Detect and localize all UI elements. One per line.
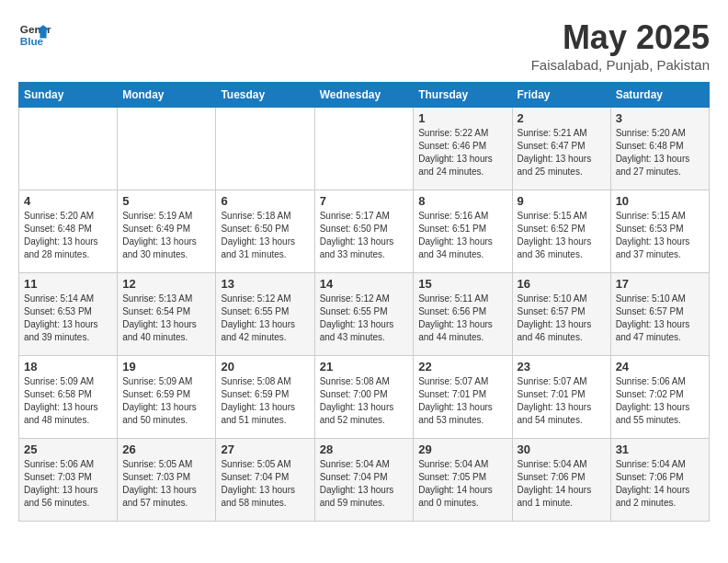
cell-info: Sunrise: 5:10 AM Sunset: 6:57 PM Dayligh… <box>518 293 606 344</box>
cell-info: Sunrise: 5:21 AM Sunset: 6:47 PM Dayligh… <box>518 127 606 178</box>
calendar-cell: 4Sunrise: 5:20 AM Sunset: 6:48 PM Daylig… <box>19 190 118 273</box>
calendar-cell: 12Sunrise: 5:13 AM Sunset: 6:54 PM Dayli… <box>118 273 216 356</box>
calendar-cell <box>216 108 314 190</box>
cell-info: Sunrise: 5:04 AM Sunset: 7:05 PM Dayligh… <box>418 458 506 510</box>
calendar-cell: 30Sunrise: 5:04 AM Sunset: 7:06 PM Dayli… <box>512 439 610 522</box>
cell-info: Sunrise: 5:09 AM Sunset: 6:59 PM Dayligh… <box>122 375 210 427</box>
cell-day-number: 2 <box>518 111 606 125</box>
cell-info: Sunrise: 5:09 AM Sunset: 6:58 PM Dayligh… <box>24 375 112 427</box>
calendar-cell: 29Sunrise: 5:04 AM Sunset: 7:05 PM Dayli… <box>414 439 512 522</box>
weekday-header-wednesday: Wednesday <box>314 83 414 108</box>
cell-day-number: 3 <box>616 111 704 125</box>
cell-day-number: 29 <box>418 442 506 456</box>
cell-info: Sunrise: 5:20 AM Sunset: 6:48 PM Dayligh… <box>616 127 704 178</box>
cell-info: Sunrise: 5:08 AM Sunset: 6:59 PM Dayligh… <box>221 375 309 427</box>
cell-day-number: 20 <box>221 360 309 373</box>
calendar-cell: 1Sunrise: 5:22 AM Sunset: 6:46 PM Daylig… <box>414 108 512 190</box>
weekday-header-tuesday: Tuesday <box>216 83 314 108</box>
calendar-cell: 16Sunrise: 5:10 AM Sunset: 6:57 PM Dayli… <box>512 273 610 356</box>
cell-info: Sunrise: 5:05 AM Sunset: 7:03 PM Dayligh… <box>122 458 210 510</box>
weekday-header-thursday: Thursday <box>414 83 512 108</box>
calendar-cell: 19Sunrise: 5:09 AM Sunset: 6:59 PM Dayli… <box>118 356 216 439</box>
cell-info: Sunrise: 5:04 AM Sunset: 7:06 PM Dayligh… <box>616 458 704 510</box>
cell-day-number: 19 <box>122 360 210 373</box>
cell-day-number: 4 <box>24 194 112 208</box>
calendar-cell: 31Sunrise: 5:04 AM Sunset: 7:06 PM Dayli… <box>610 439 709 522</box>
calendar-title: May 2025 <box>531 18 710 57</box>
week-row-5: 25Sunrise: 5:06 AM Sunset: 7:03 PM Dayli… <box>19 439 710 522</box>
calendar-cell: 14Sunrise: 5:12 AM Sunset: 6:55 PM Dayli… <box>314 273 414 356</box>
cell-day-number: 28 <box>320 442 409 456</box>
cell-day-number: 5 <box>122 194 210 208</box>
cell-info: Sunrise: 5:15 AM Sunset: 6:52 PM Dayligh… <box>518 210 606 261</box>
weekday-header-row: SundayMondayTuesdayWednesdayThursdayFrid… <box>19 83 710 108</box>
cell-day-number: 15 <box>418 277 506 291</box>
calendar-cell <box>118 108 216 190</box>
cell-day-number: 13 <box>221 277 309 291</box>
page-header: General Blue May 2025 Faisalabad, Punjab… <box>18 18 710 73</box>
cell-info: Sunrise: 5:06 AM Sunset: 7:02 PM Dayligh… <box>616 375 704 427</box>
cell-info: Sunrise: 5:14 AM Sunset: 6:53 PM Dayligh… <box>24 293 112 344</box>
calendar-cell: 8Sunrise: 5:16 AM Sunset: 6:51 PM Daylig… <box>414 190 512 273</box>
logo-icon: General Blue <box>18 18 51 52</box>
calendar-cell: 18Sunrise: 5:09 AM Sunset: 6:58 PM Dayli… <box>19 356 118 439</box>
week-row-3: 11Sunrise: 5:14 AM Sunset: 6:53 PM Dayli… <box>19 273 710 356</box>
calendar-cell: 13Sunrise: 5:12 AM Sunset: 6:55 PM Dayli… <box>216 273 314 356</box>
cell-info: Sunrise: 5:18 AM Sunset: 6:50 PM Dayligh… <box>221 210 309 261</box>
cell-day-number: 14 <box>320 277 409 291</box>
calendar-cell: 3Sunrise: 5:20 AM Sunset: 6:48 PM Daylig… <box>610 108 709 190</box>
weekday-header-friday: Friday <box>512 83 610 108</box>
cell-day-number: 11 <box>24 277 112 291</box>
weekday-header-sunday: Sunday <box>19 83 118 108</box>
cell-day-number: 16 <box>518 277 606 291</box>
cell-info: Sunrise: 5:12 AM Sunset: 6:55 PM Dayligh… <box>320 293 409 344</box>
cell-day-number: 23 <box>518 360 606 373</box>
cell-info: Sunrise: 5:15 AM Sunset: 6:53 PM Dayligh… <box>616 210 704 261</box>
cell-info: Sunrise: 5:07 AM Sunset: 7:01 PM Dayligh… <box>418 375 506 427</box>
week-row-1: 1Sunrise: 5:22 AM Sunset: 6:46 PM Daylig… <box>19 108 710 190</box>
title-area: May 2025 Faisalabad, Punjab, Pakistan <box>531 18 710 73</box>
cell-info: Sunrise: 5:04 AM Sunset: 7:06 PM Dayligh… <box>518 458 606 510</box>
calendar-cell: 10Sunrise: 5:15 AM Sunset: 6:53 PM Dayli… <box>610 190 709 273</box>
cell-day-number: 31 <box>616 442 704 456</box>
calendar-cell: 2Sunrise: 5:21 AM Sunset: 6:47 PM Daylig… <box>512 108 610 190</box>
week-row-4: 18Sunrise: 5:09 AM Sunset: 6:58 PM Dayli… <box>19 356 710 439</box>
calendar-cell <box>19 108 118 190</box>
calendar-cell: 23Sunrise: 5:07 AM Sunset: 7:01 PM Dayli… <box>512 356 610 439</box>
calendar-cell: 22Sunrise: 5:07 AM Sunset: 7:01 PM Dayli… <box>414 356 512 439</box>
cell-day-number: 12 <box>122 277 210 291</box>
week-row-2: 4Sunrise: 5:20 AM Sunset: 6:48 PM Daylig… <box>19 190 710 273</box>
calendar-cell <box>314 108 414 190</box>
cell-info: Sunrise: 5:10 AM Sunset: 6:57 PM Dayligh… <box>616 293 704 344</box>
cell-day-number: 24 <box>616 360 704 373</box>
cell-day-number: 25 <box>24 442 112 456</box>
calendar-cell: 9Sunrise: 5:15 AM Sunset: 6:52 PM Daylig… <box>512 190 610 273</box>
calendar-subtitle: Faisalabad, Punjab, Pakistan <box>531 57 710 73</box>
cell-day-number: 27 <box>221 442 309 456</box>
calendar-cell: 28Sunrise: 5:04 AM Sunset: 7:04 PM Dayli… <box>314 439 414 522</box>
cell-day-number: 8 <box>418 194 506 208</box>
cell-info: Sunrise: 5:08 AM Sunset: 7:00 PM Dayligh… <box>320 375 409 427</box>
cell-day-number: 22 <box>418 360 506 373</box>
cell-day-number: 1 <box>418 111 506 125</box>
cell-day-number: 30 <box>518 442 606 456</box>
cell-info: Sunrise: 5:07 AM Sunset: 7:01 PM Dayligh… <box>518 375 606 427</box>
calendar-cell: 7Sunrise: 5:17 AM Sunset: 6:50 PM Daylig… <box>314 190 414 273</box>
cell-day-number: 7 <box>320 194 409 208</box>
cell-day-number: 10 <box>616 194 704 208</box>
cell-info: Sunrise: 5:11 AM Sunset: 6:56 PM Dayligh… <box>418 293 506 344</box>
cell-day-number: 6 <box>221 194 309 208</box>
cell-day-number: 26 <box>122 442 210 456</box>
cell-info: Sunrise: 5:04 AM Sunset: 7:04 PM Dayligh… <box>320 458 409 510</box>
logo: General Blue <box>18 18 51 52</box>
cell-day-number: 17 <box>616 277 704 291</box>
calendar-cell: 15Sunrise: 5:11 AM Sunset: 6:56 PM Dayli… <box>414 273 512 356</box>
cell-info: Sunrise: 5:06 AM Sunset: 7:03 PM Dayligh… <box>24 458 112 510</box>
cell-info: Sunrise: 5:20 AM Sunset: 6:48 PM Dayligh… <box>24 210 112 261</box>
calendar-cell: 5Sunrise: 5:19 AM Sunset: 6:49 PM Daylig… <box>118 190 216 273</box>
calendar-cell: 25Sunrise: 5:06 AM Sunset: 7:03 PM Dayli… <box>19 439 118 522</box>
calendar-cell: 17Sunrise: 5:10 AM Sunset: 6:57 PM Dayli… <box>610 273 709 356</box>
cell-day-number: 18 <box>24 360 112 373</box>
calendar-cell: 26Sunrise: 5:05 AM Sunset: 7:03 PM Dayli… <box>118 439 216 522</box>
cell-info: Sunrise: 5:22 AM Sunset: 6:46 PM Dayligh… <box>418 127 506 178</box>
